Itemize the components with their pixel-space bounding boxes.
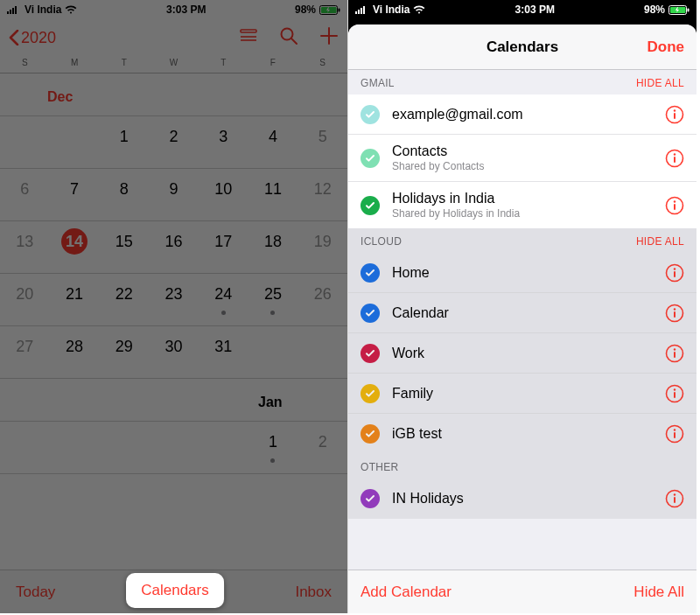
calendar-day[interactable]: 11 [248,169,298,221]
svg-rect-7 [241,30,256,32]
day-number: 1 [111,123,137,150]
calendar-day[interactable]: 17 [199,221,248,274]
weekday: S [0,58,50,67]
signal-icon [355,5,369,14]
row-title: iGB test [392,426,665,442]
calendar-row[interactable]: Calendar [348,293,696,333]
day-number: 2 [310,429,336,455]
hide-all-gmail[interactable]: HIDE ALL [636,77,684,89]
info-icon[interactable] [665,344,684,363]
calendar-day[interactable]: 25 [248,274,298,326]
calendar-row[interactable]: Holidays in IndiaShared by Holidays in I… [348,182,696,228]
calendar-day[interactable]: 22 [99,274,149,326]
today-button[interactable]: Today [16,584,55,601]
checkmark-icon [360,304,380,323]
month-label-jan[interactable]: Jan [0,379,347,422]
svg-rect-0 [7,11,9,14]
checkmark-icon [360,263,380,283]
calendar-day[interactable]: 7 [50,169,100,221]
carrier-label: Vi India [373,3,410,16]
hide-all-icloud[interactable]: HIDE ALL [636,235,684,248]
info-icon[interactable] [665,196,684,215]
svg-rect-26 [674,157,676,163]
calendar-day[interactable]: 19 [298,221,347,274]
info-icon[interactable] [665,149,684,168]
month-label-dec[interactable]: Dec [0,73,347,116]
calendar-day[interactable]: 1 [99,116,149,169]
calendar-day[interactable]: 29 [99,326,149,379]
calendar-day[interactable]: 12 [298,169,347,221]
weekday: F [248,58,298,67]
hide-all-button[interactable]: Hide All [634,584,684,601]
calendar-day [0,116,50,169]
info-icon[interactable] [665,384,684,403]
status-bar: Vi India 3:03 PM 98% [348,0,696,19]
calendar-day[interactable]: 15 [99,221,149,274]
search-icon[interactable] [279,26,298,49]
calendar-grid-dec: 1234567891011121314151617181920212223242… [0,116,347,379]
calendar-day[interactable]: 30 [149,326,199,379]
section-header-icloud: ICLOUD HIDE ALL [348,228,696,253]
info-icon[interactable] [665,263,684,283]
calendar-day[interactable]: 5 [298,116,347,169]
back-to-year-button[interactable]: 2020 [9,29,56,47]
svg-rect-38 [674,352,676,358]
calendar-day[interactable]: 24 [199,274,248,326]
calendar-day[interactable]: 3 [199,116,248,169]
weekday: S [298,58,347,67]
calendar-row[interactable]: example@gmail.com [348,94,696,135]
status-time: 3:03 PM [166,3,206,16]
calendar-day[interactable]: 18 [248,221,298,274]
calendar-row[interactable]: ContactsShared by Contacts [348,135,696,182]
svg-point-28 [674,200,676,202]
day-number: 1 [260,429,286,455]
calendar-day[interactable]: 21 [50,274,100,326]
calendar-day[interactable]: 23 [149,274,199,326]
inbox-button[interactable]: Inbox [295,584,332,601]
calendar-row[interactable]: Family [348,374,696,414]
done-button[interactable]: Done [648,38,685,56]
calendar-day[interactable]: 20 [0,274,50,326]
row-title: IN Holidays [392,491,665,507]
calendar-day[interactable]: 9 [149,169,199,221]
day-number: 5 [310,123,336,150]
calendar-day[interactable]: 14 [50,221,100,274]
calendar-day[interactable]: 6 [0,169,50,221]
event-dot-icon [270,311,275,315]
info-icon[interactable] [665,489,684,508]
day-number: 26 [310,281,336,307]
calendar-day[interactable]: 31 [199,326,248,379]
sheet-header: Calendars Done [348,24,696,70]
calendar-day[interactable]: 16 [149,221,199,274]
calendar-day[interactable]: 26 [298,274,347,326]
calendar-day[interactable]: 10 [199,169,248,221]
row-text: IN Holidays [392,491,665,507]
calendar-day[interactable]: 8 [99,169,149,221]
calendar-row[interactable]: Home [348,253,696,293]
calendar-day[interactable]: 2 [149,116,199,169]
row-title: Home [392,265,665,281]
add-event-icon[interactable] [319,26,339,49]
svg-rect-15 [358,10,360,14]
calendar-row[interactable]: iGB test [348,414,696,454]
calendar-day[interactable]: 2 [298,422,347,474]
info-icon[interactable] [665,105,684,124]
calendar-day[interactable]: 13 [0,221,50,274]
calendar-row[interactable]: Work [348,333,696,374]
add-calendar-button[interactable]: Add Calendar [360,584,452,601]
info-icon[interactable] [665,304,684,323]
weekday: W [149,58,199,67]
calendar-row[interactable]: IN Holidays [348,479,696,519]
calendar-day [50,422,100,474]
calendar-day[interactable]: 4 [248,116,298,169]
svg-rect-1 [10,10,11,14]
info-icon[interactable] [665,424,684,444]
calendars-button-highlight[interactable]: Calendars [126,573,224,608]
day-number: 16 [160,228,186,255]
list-view-icon[interactable] [239,26,258,49]
calendar-day[interactable]: 27 [0,326,50,379]
section-header-other: OTHER [348,454,696,479]
calendar-day[interactable]: 28 [50,326,100,379]
calendar-day[interactable]: 1 [248,422,298,474]
day-number: 15 [111,228,137,255]
